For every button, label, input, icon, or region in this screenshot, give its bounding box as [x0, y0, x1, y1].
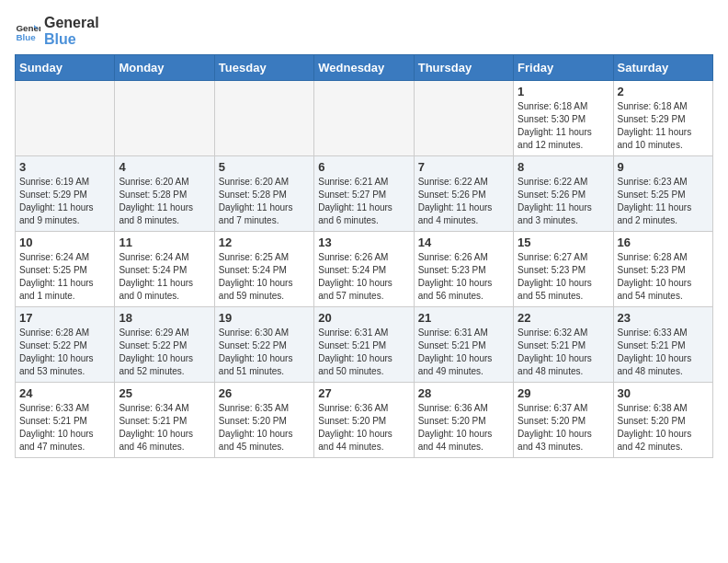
day-info: Sunrise: 6:27 AM Sunset: 5:23 PM Dayligh… [518, 251, 609, 303]
day-info: Sunrise: 6:36 AM Sunset: 5:20 PM Dayligh… [418, 402, 509, 454]
day-number: 7 [418, 160, 509, 174]
day-info: Sunrise: 6:29 AM Sunset: 5:22 PM Dayligh… [119, 327, 210, 378]
calendar-cell: 21Sunrise: 6:31 AM Sunset: 5:21 PM Dayli… [414, 307, 513, 383]
day-info: Sunrise: 6:33 AM Sunset: 5:21 PM Dayligh… [19, 402, 110, 454]
calendar-cell: 24Sunrise: 6:33 AM Sunset: 5:21 PM Dayli… [16, 383, 115, 458]
calendar-cell: 18Sunrise: 6:29 AM Sunset: 5:22 PM Dayli… [115, 307, 214, 383]
day-number: 8 [518, 160, 609, 174]
calendar-week-row: 17Sunrise: 6:28 AM Sunset: 5:22 PM Dayli… [16, 307, 713, 383]
calendar-cell: 20Sunrise: 6:31 AM Sunset: 5:21 PM Dayli… [314, 307, 414, 383]
day-info: Sunrise: 6:23 AM Sunset: 5:25 PM Dayligh… [618, 176, 709, 227]
day-number: 22 [518, 311, 609, 325]
day-info: Sunrise: 6:24 AM Sunset: 5:24 PM Dayligh… [119, 251, 210, 303]
calendar-cell [16, 81, 115, 156]
calendar-header-row: SundayMondayTuesdayWednesdayThursdayFrid… [16, 55, 713, 81]
day-number: 23 [618, 311, 709, 325]
calendar-cell: 4Sunrise: 6:20 AM Sunset: 5:28 PM Daylig… [115, 156, 214, 232]
day-info: Sunrise: 6:28 AM Sunset: 5:22 PM Dayligh… [19, 327, 110, 378]
day-info: Sunrise: 6:25 AM Sunset: 5:24 PM Dayligh… [219, 251, 310, 303]
calendar-cell: 12Sunrise: 6:25 AM Sunset: 5:24 PM Dayli… [214, 232, 313, 307]
logo-line1: General [44, 15, 99, 31]
logo-icon: General Blue [15, 18, 40, 44]
day-info: Sunrise: 6:31 AM Sunset: 5:21 PM Dayligh… [318, 327, 409, 378]
day-number: 2 [618, 85, 709, 98]
day-number: 18 [119, 311, 210, 325]
day-number: 11 [119, 236, 210, 249]
day-info: Sunrise: 6:34 AM Sunset: 5:21 PM Dayligh… [119, 402, 210, 454]
day-number: 1 [518, 85, 609, 98]
day-info: Sunrise: 6:22 AM Sunset: 5:26 PM Dayligh… [518, 176, 609, 227]
calendar-cell: 13Sunrise: 6:26 AM Sunset: 5:24 PM Dayli… [314, 232, 414, 307]
calendar-cell: 28Sunrise: 6:36 AM Sunset: 5:20 PM Dayli… [414, 383, 513, 458]
calendar-week-row: 10Sunrise: 6:24 AM Sunset: 5:25 PM Dayli… [16, 232, 713, 307]
day-number: 27 [318, 386, 409, 400]
day-info: Sunrise: 6:33 AM Sunset: 5:21 PM Dayligh… [618, 327, 709, 378]
calendar-cell: 23Sunrise: 6:33 AM Sunset: 5:21 PM Dayli… [613, 307, 712, 383]
day-info: Sunrise: 6:20 AM Sunset: 5:28 PM Dayligh… [219, 176, 310, 227]
day-info: Sunrise: 6:24 AM Sunset: 5:25 PM Dayligh… [19, 251, 110, 303]
calendar-week-row: 3Sunrise: 6:19 AM Sunset: 5:29 PM Daylig… [16, 156, 713, 232]
calendar-cell: 29Sunrise: 6:37 AM Sunset: 5:20 PM Dayli… [514, 383, 613, 458]
weekday-header: Monday [115, 55, 214, 81]
day-number: 19 [219, 311, 310, 325]
weekday-header: Saturday [613, 55, 712, 81]
day-number: 4 [119, 160, 210, 174]
calendar-cell: 15Sunrise: 6:27 AM Sunset: 5:23 PM Dayli… [514, 232, 613, 307]
calendar-cell: 1Sunrise: 6:18 AM Sunset: 5:30 PM Daylig… [514, 81, 613, 156]
calendar-cell: 30Sunrise: 6:38 AM Sunset: 5:20 PM Dayli… [613, 383, 712, 458]
day-number: 29 [518, 386, 609, 400]
day-info: Sunrise: 6:22 AM Sunset: 5:26 PM Dayligh… [418, 176, 509, 227]
calendar-cell [314, 81, 414, 156]
day-number: 26 [219, 386, 310, 400]
day-info: Sunrise: 6:26 AM Sunset: 5:23 PM Dayligh… [418, 251, 509, 303]
day-info: Sunrise: 6:21 AM Sunset: 5:27 PM Dayligh… [318, 176, 409, 227]
day-number: 6 [318, 160, 409, 174]
calendar-cell: 2Sunrise: 6:18 AM Sunset: 5:29 PM Daylig… [613, 81, 712, 156]
calendar-cell: 22Sunrise: 6:32 AM Sunset: 5:21 PM Dayli… [514, 307, 613, 383]
day-number: 13 [318, 236, 409, 249]
calendar-cell: 9Sunrise: 6:23 AM Sunset: 5:25 PM Daylig… [613, 156, 712, 232]
logo: General Blue General Blue [15, 15, 99, 47]
calendar-cell: 3Sunrise: 6:19 AM Sunset: 5:29 PM Daylig… [16, 156, 115, 232]
calendar-cell: 27Sunrise: 6:36 AM Sunset: 5:20 PM Dayli… [314, 383, 414, 458]
calendar-cell: 6Sunrise: 6:21 AM Sunset: 5:27 PM Daylig… [314, 156, 414, 232]
calendar-cell: 5Sunrise: 6:20 AM Sunset: 5:28 PM Daylig… [214, 156, 313, 232]
day-info: Sunrise: 6:26 AM Sunset: 5:24 PM Dayligh… [318, 251, 409, 303]
calendar-cell [115, 81, 214, 156]
weekday-header: Sunday [16, 55, 115, 81]
calendar-cell: 26Sunrise: 6:35 AM Sunset: 5:20 PM Dayli… [214, 383, 313, 458]
day-info: Sunrise: 6:18 AM Sunset: 5:30 PM Dayligh… [518, 100, 609, 152]
calendar-cell: 11Sunrise: 6:24 AM Sunset: 5:24 PM Dayli… [115, 232, 214, 307]
day-number: 10 [19, 236, 110, 249]
day-info: Sunrise: 6:35 AM Sunset: 5:20 PM Dayligh… [219, 402, 310, 454]
day-number: 9 [618, 160, 709, 174]
day-number: 14 [418, 236, 509, 249]
weekday-header: Thursday [414, 55, 513, 81]
day-number: 30 [618, 386, 709, 400]
day-number: 3 [19, 160, 110, 174]
calendar-cell [214, 81, 313, 156]
calendar-week-row: 1Sunrise: 6:18 AM Sunset: 5:30 PM Daylig… [16, 81, 713, 156]
day-number: 5 [219, 160, 310, 174]
svg-text:Blue: Blue [16, 31, 36, 41]
calendar-cell: 17Sunrise: 6:28 AM Sunset: 5:22 PM Dayli… [16, 307, 115, 383]
weekday-header: Friday [514, 55, 613, 81]
calendar: SundayMondayTuesdayWednesdayThursdayFrid… [15, 54, 713, 458]
day-info: Sunrise: 6:37 AM Sunset: 5:20 PM Dayligh… [518, 402, 609, 454]
day-number: 16 [618, 236, 709, 249]
day-number: 21 [418, 311, 509, 325]
day-number: 17 [19, 311, 110, 325]
day-number: 24 [19, 386, 110, 400]
day-info: Sunrise: 6:32 AM Sunset: 5:21 PM Dayligh… [518, 327, 609, 378]
day-info: Sunrise: 6:18 AM Sunset: 5:29 PM Dayligh… [618, 100, 709, 152]
logo-line2: Blue [44, 31, 99, 48]
day-info: Sunrise: 6:38 AM Sunset: 5:20 PM Dayligh… [618, 402, 709, 454]
calendar-cell: 19Sunrise: 6:30 AM Sunset: 5:22 PM Dayli… [214, 307, 313, 383]
day-number: 15 [518, 236, 609, 249]
calendar-cell: 25Sunrise: 6:34 AM Sunset: 5:21 PM Dayli… [115, 383, 214, 458]
page-header: General Blue General Blue [15, 15, 713, 47]
day-number: 20 [318, 311, 409, 325]
day-info: Sunrise: 6:31 AM Sunset: 5:21 PM Dayligh… [418, 327, 509, 378]
day-info: Sunrise: 6:20 AM Sunset: 5:28 PM Dayligh… [119, 176, 210, 227]
calendar-cell: 14Sunrise: 6:26 AM Sunset: 5:23 PM Dayli… [414, 232, 513, 307]
